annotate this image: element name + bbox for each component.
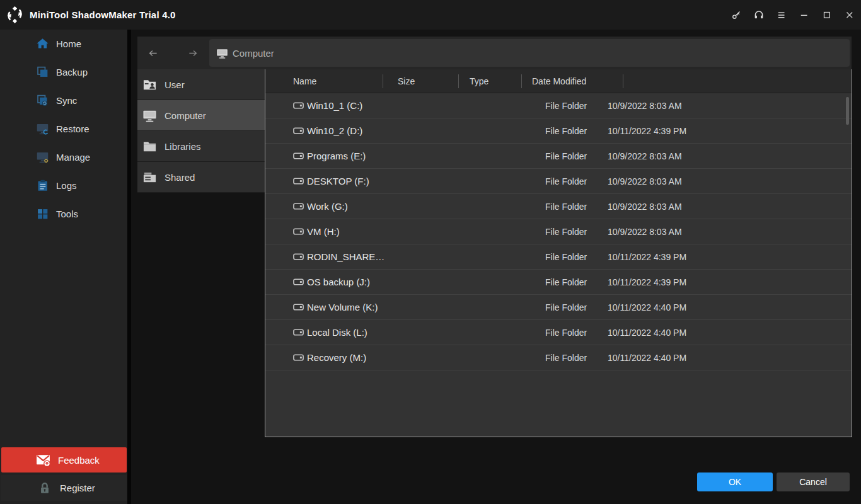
- row-date-modified: 10/11/2022 4:39 PM: [598, 252, 787, 262]
- tree-item-computer[interactable]: Computer: [137, 100, 265, 131]
- sidebar-item-label: Sync: [56, 95, 77, 106]
- sidebar-item-label: Home: [56, 38, 81, 49]
- row-type: File Folder: [535, 353, 598, 363]
- vertical-scrollbar[interactable]: [846, 97, 849, 125]
- column-header-date-modified[interactable]: Date Modified: [522, 74, 623, 88]
- cancel-button[interactable]: Cancel: [777, 472, 850, 491]
- close-icon[interactable]: [838, 4, 861, 26]
- minimize-icon[interactable]: [793, 4, 816, 26]
- drive-icon: [293, 102, 304, 109]
- drive-icon: [293, 152, 304, 159]
- register-button[interactable]: Register: [1, 475, 127, 501]
- sidebar-item-label: Manage: [56, 152, 90, 163]
- drive-icon: [293, 278, 304, 285]
- table-row[interactable]: OS backup (J:) File Folder 10/11/2022 4:…: [265, 270, 852, 295]
- tree-item-label: Computer: [165, 110, 206, 121]
- computer-icon: [216, 47, 228, 59]
- sidebar-item-backup[interactable]: Backup: [0, 58, 127, 86]
- forward-arrow-icon[interactable]: [183, 43, 202, 62]
- lock-icon: [38, 481, 52, 495]
- row-name: DESKTOP (F:): [307, 176, 369, 186]
- table-row[interactable]: Programs (E:) File Folder 10/9/2022 8:03…: [265, 144, 852, 169]
- row-type: File Folder: [535, 126, 598, 136]
- feedback-label: Feedback: [58, 455, 100, 466]
- maximize-icon[interactable]: [816, 4, 838, 26]
- row-name: OS backup (J:): [307, 277, 370, 287]
- row-type: File Folder: [535, 202, 598, 212]
- row-name: Local Disk (L:): [307, 327, 367, 338]
- row-type: File Folder: [535, 328, 598, 338]
- headset-icon[interactable]: [748, 4, 770, 26]
- user-folder-icon: [142, 77, 157, 92]
- column-header-type[interactable]: Type: [459, 74, 522, 88]
- row-date-modified: 10/11/2022 4:39 PM: [598, 126, 787, 136]
- sidebar-item-logs[interactable]: Logs: [0, 171, 127, 200]
- tree-item-label: Libraries: [165, 141, 201, 152]
- breadcrumb: Computer: [233, 48, 274, 59]
- ok-button[interactable]: OK: [697, 472, 773, 491]
- sidebar-item-restore[interactable]: Restore: [0, 115, 127, 143]
- main-area: Computer User Computer Libraries Shared …: [131, 30, 861, 504]
- row-type: File Folder: [535, 252, 598, 262]
- tree-item-libraries[interactable]: Libraries: [137, 131, 265, 162]
- tools-icon: [36, 207, 49, 220]
- table-row[interactable]: VM (H:) File Folder 10/9/2022 8:03 AM: [265, 219, 852, 244]
- key-icon[interactable]: [725, 4, 748, 26]
- tree-item-shared[interactable]: Shared: [137, 162, 265, 193]
- drive-icon: [293, 329, 304, 336]
- manage-icon: [36, 151, 49, 164]
- minitool-logo-icon: [6, 6, 24, 24]
- row-name: RODIN_SHARE…: [307, 251, 384, 262]
- row-type: File Folder: [535, 176, 598, 186]
- folder-icon: [142, 139, 157, 154]
- row-type: File Folder: [535, 302, 598, 312]
- row-name: Programs (E:): [307, 151, 366, 161]
- sidebar-item-label: Restore: [56, 123, 90, 134]
- row-date-modified: 10/9/2022 8:03 AM: [598, 101, 787, 111]
- column-header-size[interactable]: Size: [383, 74, 459, 88]
- tree-item-label: Shared: [165, 172, 195, 183]
- sidebar-item-manage[interactable]: Manage: [0, 143, 127, 171]
- tree-item-user[interactable]: User: [137, 69, 265, 100]
- navigation-bar: Computer: [137, 37, 852, 69]
- table-row[interactable]: Work (G:) File Folder 10/9/2022 8:03 AM: [265, 194, 852, 219]
- row-type: File Folder: [535, 151, 598, 161]
- feedback-button[interactable]: Feedback: [1, 447, 127, 472]
- row-date-modified: 10/11/2022 4:39 PM: [598, 277, 787, 287]
- row-date-modified: 10/9/2022 8:03 AM: [598, 227, 787, 237]
- shared-folder-icon: [142, 170, 157, 185]
- sidebar-item-home[interactable]: Home: [0, 30, 127, 58]
- table-row[interactable]: RODIN_SHARE… File Folder 10/11/2022 4:39…: [265, 244, 852, 270]
- table-row[interactable]: Win10_2 (D:) File Folder 10/11/2022 4:39…: [265, 118, 852, 144]
- sync-icon: [36, 94, 49, 107]
- back-arrow-icon[interactable]: [144, 43, 163, 62]
- menu-icon[interactable]: [770, 4, 793, 26]
- sidebar-item-label: Tools: [56, 209, 78, 219]
- table-row[interactable]: Win10_1 (C:) File Folder 10/9/2022 8:03 …: [265, 93, 852, 118]
- table-row[interactable]: Recovery (M:) File Folder 10/11/2022 4:4…: [265, 345, 852, 370]
- drive-icon: [293, 178, 304, 185]
- sidebar-item-label: Backup: [56, 67, 88, 77]
- location-tree: User Computer Libraries Shared: [137, 69, 265, 193]
- drive-icon: [293, 127, 304, 134]
- sidebar-item-sync[interactable]: Sync: [0, 86, 127, 115]
- row-date-modified: 10/9/2022 8:03 AM: [598, 202, 787, 212]
- drive-icon: [293, 253, 304, 260]
- logs-icon: [36, 179, 49, 192]
- row-date-modified: 10/11/2022 4:40 PM: [598, 302, 787, 312]
- row-type: File Folder: [535, 277, 598, 287]
- address-bar[interactable]: Computer: [209, 39, 850, 67]
- sidebar-item-tools[interactable]: Tools: [0, 200, 127, 228]
- computer-icon: [142, 108, 157, 123]
- row-date-modified: 10/9/2022 8:03 AM: [598, 151, 787, 161]
- row-date-modified: 10/11/2022 4:40 PM: [598, 328, 787, 338]
- table-row[interactable]: New Volume (K:) File Folder 10/11/2022 4…: [265, 295, 852, 320]
- row-name: Recovery (M:): [307, 352, 366, 363]
- table-row[interactable]: Local Disk (L:) File Folder 10/11/2022 4…: [265, 320, 852, 345]
- sidebar-item-label: Logs: [56, 180, 77, 191]
- register-label: Register: [60, 483, 95, 493]
- table-row[interactable]: DESKTOP (F:) File Folder 10/9/2022 8:03 …: [265, 169, 852, 194]
- row-date-modified: 10/9/2022 8:03 AM: [598, 176, 787, 186]
- column-header-name[interactable]: Name: [265, 74, 383, 88]
- tree-item-label: User: [165, 79, 185, 90]
